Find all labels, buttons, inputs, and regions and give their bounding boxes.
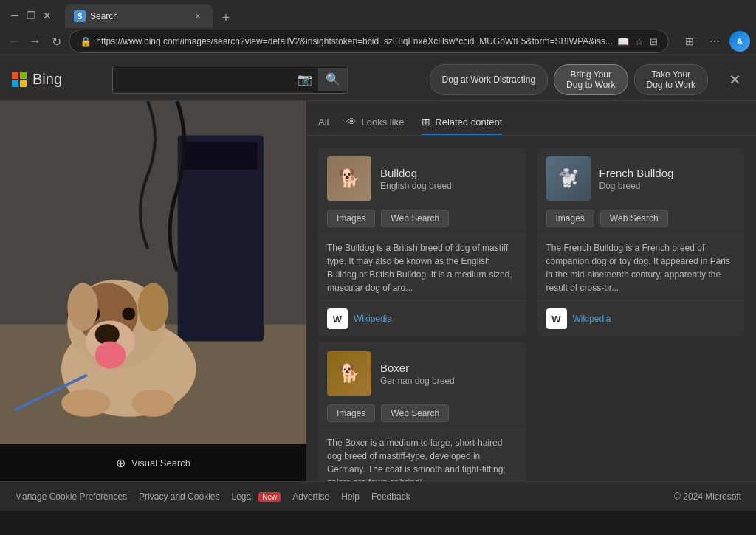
bulldog-wiki-label: Wikipedia bbox=[354, 314, 392, 324]
legal-link[interactable]: Legal New bbox=[231, 491, 281, 502]
svg-point-11 bbox=[122, 307, 135, 320]
french-bulldog-web-search-button[interactable]: Web Search bbox=[600, 210, 668, 227]
dog-work-distracting-pill[interactable]: Dog at Work Distracting bbox=[430, 64, 549, 95]
boxer-web-search-button[interactable]: Web Search bbox=[381, 404, 449, 422]
boxer-header: 🐕 Boxer German dog breed bbox=[318, 342, 526, 404]
boxer-section: 🐕 Boxer German dog breed Images Web Sear… bbox=[318, 342, 744, 481]
french-bulldog-card: 🐩 French Bulldog Dog breed Images Web Se… bbox=[537, 148, 745, 336]
bulldog-images-button[interactable]: Images bbox=[327, 210, 375, 227]
ms-logo-red bbox=[12, 72, 18, 79]
tab-close-button[interactable]: × bbox=[192, 11, 204, 21]
close-panel-button[interactable]: ✕ bbox=[726, 68, 744, 92]
page-footer: Manage Cookie Preferences Privacy and Co… bbox=[0, 481, 756, 511]
ms-logo-yellow bbox=[20, 80, 27, 87]
tab-bar: S Search × + bbox=[59, 3, 747, 28]
close-window-button[interactable]: ✕ bbox=[41, 10, 53, 21]
french-bulldog-wiki-label: Wikipedia bbox=[573, 314, 611, 324]
ms-logo-green bbox=[20, 72, 27, 79]
search-box[interactable]: 📷 🔍 bbox=[112, 66, 348, 94]
bing-logo[interactable]: Bing bbox=[12, 71, 100, 88]
window-controls: ─ ❐ ✕ bbox=[9, 10, 53, 21]
svg-point-16 bbox=[131, 390, 174, 417]
maximize-button[interactable]: ❐ bbox=[25, 10, 37, 21]
tab-all-label: All bbox=[318, 117, 329, 128]
tab-looks-like-label: Looks like bbox=[361, 117, 404, 128]
boxer-images-button[interactable]: Images bbox=[327, 404, 375, 422]
bulldog-thumbnail: 🐕 bbox=[327, 156, 371, 201]
extensions-button[interactable]: ⊞ bbox=[679, 31, 700, 52]
svg-point-15 bbox=[61, 390, 110, 417]
copyright-text: © 2024 Microsoft bbox=[674, 491, 741, 502]
looks-like-icon: 👁 bbox=[346, 116, 357, 128]
panel-content: 🐕 Bulldog English dog breed Images Web S… bbox=[306, 136, 756, 481]
camera-search-icon[interactable]: 📷 bbox=[298, 72, 312, 86]
search-submit-button[interactable]: 🔍 bbox=[318, 68, 348, 91]
bulldog-card: 🐕 Bulldog English dog breed Images Web S… bbox=[318, 148, 526, 336]
help-link[interactable]: Help bbox=[341, 491, 360, 502]
boxer-type: German dog breed bbox=[380, 376, 455, 386]
privacy-cookies-link[interactable]: Privacy and Cookies bbox=[139, 491, 219, 502]
dog-image bbox=[0, 101, 306, 444]
french-bulldog-images-button[interactable]: Images bbox=[546, 210, 594, 227]
boxer-card: 🐕 Boxer German dog breed Images Web Sear… bbox=[318, 342, 526, 481]
url-text: https://www.bing.com/images/search?view=… bbox=[96, 36, 613, 46]
address-bar-row: ← → ↻ 🔒 https://www.bing.com/images/sear… bbox=[0, 28, 756, 58]
bing-header: Bing 📷 🔍 Dog at Work Distracting Bring Y… bbox=[0, 58, 756, 101]
search-input[interactable] bbox=[120, 74, 292, 86]
bulldog-web-search-button[interactable]: Web Search bbox=[381, 210, 449, 227]
tab-related-content[interactable]: ⊞ Related content bbox=[422, 110, 502, 135]
refresh-button[interactable]: ↻ bbox=[48, 31, 64, 52]
new-tab-button[interactable]: + bbox=[216, 7, 236, 28]
title-bar: ─ ❐ ✕ S Search × + bbox=[0, 0, 756, 28]
right-panel: All 👁 Looks like ⊞ Related content bbox=[306, 101, 756, 481]
bing-logo-text: Bing bbox=[32, 71, 62, 88]
bring-dog-work-pill[interactable]: Bring Your Dog to Work bbox=[554, 64, 628, 95]
bulldog-description: The Bulldog is a British breed of dog of… bbox=[318, 235, 526, 300]
french-bulldog-wikipedia-link[interactable]: W Wikipedia bbox=[537, 300, 745, 336]
favorites-icon[interactable]: ☆ bbox=[635, 36, 644, 47]
read-mode-icon[interactable]: 📖 bbox=[617, 36, 629, 47]
boxer-thumb-image: 🐕 bbox=[327, 351, 371, 396]
boxer-actions: Images Web Search bbox=[318, 404, 526, 429]
tab-favicon: S bbox=[74, 10, 86, 22]
bulldog-name: Bulldog bbox=[380, 167, 452, 179]
ms-logo-blue bbox=[12, 80, 18, 87]
advertise-link[interactable]: Advertise bbox=[292, 491, 329, 502]
boxer-info: Boxer German dog breed bbox=[380, 362, 455, 386]
microsoft-logo bbox=[12, 72, 27, 87]
collections-icon[interactable]: ⊟ bbox=[650, 36, 658, 47]
tab-related-content-label: Related content bbox=[435, 117, 502, 128]
profile-button[interactable]: A bbox=[729, 31, 750, 52]
related-content-icon: ⊞ bbox=[422, 116, 430, 128]
address-bar[interactable]: 🔒 https://www.bing.com/images/search?vie… bbox=[69, 30, 669, 53]
french-bulldog-name: French Bulldog bbox=[599, 167, 674, 179]
back-button[interactable]: ← bbox=[6, 31, 22, 52]
breed-top-row: 🐕 Bulldog English dog breed Images Web S… bbox=[318, 148, 744, 336]
french-bulldog-type: Dog breed bbox=[599, 181, 674, 191]
settings-button[interactable]: ⋯ bbox=[704, 31, 725, 52]
tab-all[interactable]: All bbox=[318, 111, 329, 135]
svg-point-12 bbox=[95, 342, 126, 369]
manage-cookies-link[interactable]: Manage Cookie Preferences bbox=[15, 491, 127, 502]
header-pills: Dog at Work Distracting Bring Your Dog t… bbox=[430, 64, 708, 95]
visual-search-bar[interactable]: ⊕ Visual Search bbox=[0, 444, 306, 481]
french-bulldog-header: 🐩 French Bulldog Dog breed bbox=[537, 148, 745, 210]
active-tab[interactable]: S Search × bbox=[65, 4, 213, 28]
lock-icon: 🔒 bbox=[80, 36, 92, 47]
french-bulldog-info: French Bulldog Dog breed bbox=[599, 167, 674, 191]
svg-point-13 bbox=[67, 283, 98, 331]
minimize-button[interactable]: ─ bbox=[9, 10, 21, 21]
forward-button[interactable]: → bbox=[27, 31, 43, 52]
bulldog-wikipedia-link[interactable]: W Wikipedia bbox=[318, 300, 526, 336]
bulldog-actions: Images Web Search bbox=[318, 210, 526, 235]
footer-links: Manage Cookie Preferences Privacy and Co… bbox=[15, 491, 410, 502]
wikipedia-icon-french-bulldog: W bbox=[546, 308, 567, 329]
feedback-link[interactable]: Feedback bbox=[371, 491, 410, 502]
visual-search-icon: ⊕ bbox=[116, 456, 126, 470]
take-dog-work-pill[interactable]: Take Your Dog to Work bbox=[634, 64, 708, 95]
wikipedia-icon-bulldog: W bbox=[327, 308, 348, 329]
visual-search-label: Visual Search bbox=[131, 458, 190, 469]
address-bar-icons: 📖 ☆ ⊟ bbox=[617, 36, 658, 47]
legal-new-badge: New bbox=[258, 492, 281, 502]
tab-looks-like[interactable]: 👁 Looks like bbox=[346, 110, 404, 135]
